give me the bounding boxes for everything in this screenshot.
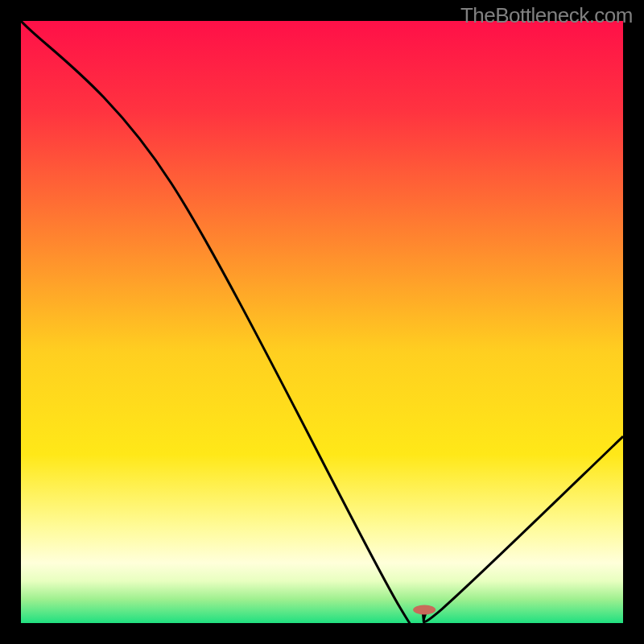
optimal-marker xyxy=(413,605,436,615)
gradient-fill xyxy=(21,21,623,623)
watermark-text: TheBottleneck.com xyxy=(460,3,633,28)
chart-canvas xyxy=(21,21,623,623)
